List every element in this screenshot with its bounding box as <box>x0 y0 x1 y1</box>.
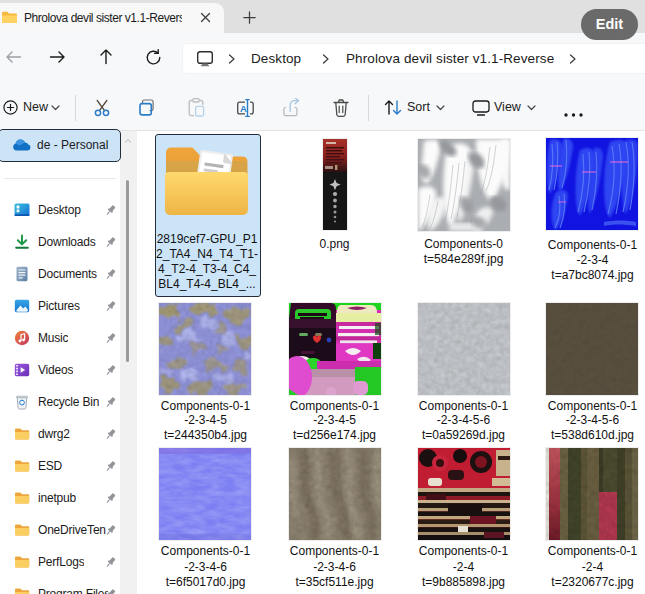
svg-text:A: A <box>240 103 247 114</box>
